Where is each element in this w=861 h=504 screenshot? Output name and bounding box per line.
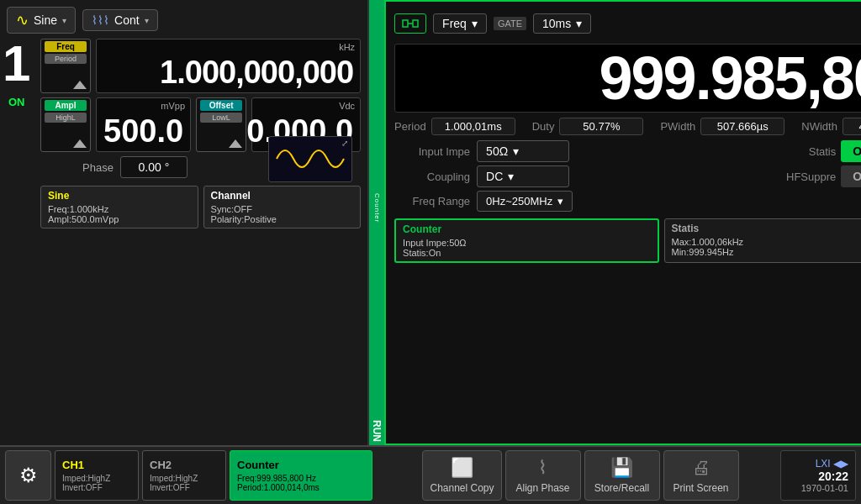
align-phase-button[interactable]: ⌇ Align Phase: [505, 450, 581, 501]
channel-on-label: ON: [8, 96, 25, 108]
channel-copy-button[interactable]: ⬜ Channel Copy: [422, 450, 501, 501]
coupling-row: Coupling DC ▾ HFSuppre On Off: [394, 165, 861, 187]
coupling-value: DC: [486, 170, 503, 183]
right-panel: Freq ▾ GATE 10ms ▾ Single Hz 999.985,800: [384, 0, 861, 445]
counter-box-title: Counter: [403, 223, 650, 235]
period-value: 1.000,01ms: [431, 118, 515, 135]
left-panel: ∿ Sine ▾ ⌇⌇⌇ Cont ▾ 1 ON Freq Period: [0, 0, 369, 445]
ampl-label: Ampl: [45, 100, 87, 111]
hfsuppre-toggle-group: HFSuppre On Off: [786, 165, 861, 187]
statis-box-title: Statis: [672, 223, 861, 234]
freq-range-label: Freq Range: [394, 195, 470, 207]
channel-info-line1: Sync:OFF: [211, 204, 354, 214]
gate-selector[interactable]: 10ms ▾: [533, 13, 591, 34]
align-phase-icon: ⌇: [538, 457, 547, 479]
status-box: LXI ◀▶ 20:22 1970-01-01: [780, 450, 856, 501]
print-screen-button[interactable]: 🖨 Print Screen: [663, 450, 739, 501]
store-recall-label: Store/Recall: [594, 482, 649, 494]
offset-unit: Vdc: [339, 101, 355, 111]
right-panel-wrapper: Counter RUN Freq ▾ GATE 1: [369, 0, 861, 445]
hfsuppre-toggle-label: HFSuppre: [786, 171, 836, 183]
channel-info-box: Channel Sync:OFF Polarity:Positive: [203, 186, 362, 228]
phase-label: Phase: [82, 161, 114, 174]
mode-selector[interactable]: ⌇⌇⌇ Cont ▾: [82, 9, 158, 31]
coupling-selector[interactable]: DC ▾: [477, 165, 569, 187]
waveform-preview: ⤢: [268, 136, 352, 182]
counter-box-line1: Input Impe:50Ω: [403, 238, 650, 248]
pwidth-stat: PWidth 507.666µs: [660, 118, 784, 135]
input-impe-label: Input Impe: [394, 145, 470, 158]
freq-indicator-icon: [73, 81, 87, 89]
channel-copy-label: Channel Copy: [430, 482, 494, 494]
ampl-value-box[interactable]: mVpp 500.0: [96, 97, 191, 152]
freq-mode-arrow-icon: ▾: [472, 17, 478, 30]
waveform-selector[interactable]: ∿ Sine ▾: [7, 7, 76, 34]
svg-rect-3: [403, 20, 408, 27]
cont-wave-icon: ⌇⌇⌇: [92, 13, 109, 27]
current-time: 20:22: [818, 470, 848, 483]
info-row: Sine Freq:1.000kHz Ampl:500.0mVpp Channe…: [40, 186, 361, 228]
channel-number: 1: [3, 39, 30, 89]
sine-info-line2: Ampl:500.0mVpp: [48, 214, 191, 224]
left-top-bar: ∿ Sine ▾ ⌇⌇⌇ Cont ▾: [7, 7, 361, 34]
side-labels: Counter RUN: [369, 0, 384, 445]
sine-info-title: Sine: [48, 190, 191, 202]
offset-label: Offset: [200, 100, 242, 111]
waveform-label: Sine: [34, 13, 57, 27]
ampl-indicator-icon: [73, 139, 87, 148]
coupling-label: Coupling: [394, 171, 470, 183]
ampl-param-box[interactable]: Ampl HighL: [40, 97, 91, 152]
pwidth-value: 507.666µs: [700, 118, 784, 135]
ch1-title: CH1: [62, 459, 131, 471]
input-impe-row: Input Impe 50Ω ▾ Statis On Off: [394, 140, 861, 162]
ch1-line1: Imped:HighZ: [62, 474, 131, 483]
pwidth-label: PWidth: [660, 120, 695, 133]
freq-range-selector[interactable]: 0Hz~250MHz ▾: [477, 191, 573, 212]
ch2-line2: Invert:OFF: [150, 483, 219, 492]
ampl-sub-label: HighL: [45, 113, 87, 123]
ch2-line1: Imped:HighZ: [150, 474, 219, 483]
gate-arrow-icon: ▾: [576, 17, 582, 30]
input-impe-selector[interactable]: 50Ω ▾: [477, 140, 569, 162]
channel-copy-icon: ⬜: [451, 457, 473, 479]
channel-info-line2: Polarity:Positive: [211, 214, 354, 224]
nwidth-value: 492.347µs: [843, 118, 861, 135]
freq-value-box[interactable]: kHz 1.000,000,000: [96, 39, 361, 93]
svg-marker-2: [229, 139, 242, 148]
freq-display: Hz 999.985,800: [394, 44, 861, 113]
store-recall-button[interactable]: 💾 Store/Recall: [584, 450, 660, 501]
counter-side-label: Counter: [369, 0, 384, 417]
coupling-arrow-icon: ▾: [508, 170, 514, 183]
input-impe-arrow-icon: ▾: [513, 144, 519, 158]
offset-indicator-icon: [229, 139, 242, 148]
offset-param-box[interactable]: Offset LowL: [196, 97, 246, 152]
freq-range-row: Freq Range 0Hz~250MHz ▾: [394, 191, 861, 212]
counter-bottom-box: Counter Freq:999.985,800 Hz Period:1.000…: [230, 450, 372, 501]
freq-mode-label: Freq: [442, 17, 467, 30]
freq-mode-selector[interactable]: Freq ▾: [433, 13, 487, 34]
phase-value-box[interactable]: 0.00 °: [120, 156, 188, 178]
freq-row: Freq Period kHz 1.000,000,000: [40, 39, 361, 93]
duty-stat: Duty 50.77%: [532, 118, 644, 135]
stats-row: Period 1.000,01ms Duty 50.77% PWidth 507…: [394, 116, 861, 137]
freq-unit: kHz: [339, 42, 355, 52]
print-screen-label: Print Screen: [673, 482, 729, 494]
counter-bottom-line2: Period:1.000,014,0ms: [237, 483, 365, 492]
freq-param-box[interactable]: Freq Period: [40, 39, 91, 93]
right-top-bar: Freq ▾ GATE 10ms ▾ Single: [394, 7, 861, 40]
statis-info-box: Statis Max:1.000,06kHz Min:999.945Hz: [664, 218, 861, 263]
ch1-info-box[interactable]: CH1 Imped:HighZ Invert:OFF: [55, 450, 139, 501]
counter-info-box: Counter Input Impe:50Ω Statis:On: [394, 218, 658, 263]
settings-gear-button[interactable]: ⚙: [5, 450, 51, 501]
gate-value: 10ms: [542, 17, 571, 30]
statis-on-button[interactable]: On: [841, 140, 861, 162]
nwidth-stat: NWidth 492.347µs: [801, 118, 861, 135]
duty-label: Duty: [532, 120, 555, 133]
store-recall-icon: 💾: [610, 457, 633, 479]
ampl-unit: mVpp: [161, 101, 185, 111]
bottom-bar: ⚙ CH1 Imped:HighZ Invert:OFF CH2 Imped:H…: [0, 445, 861, 504]
statis-toggle-group: Statis On Off: [809, 140, 861, 162]
hfsuppre-on-button[interactable]: On: [841, 165, 861, 187]
statis-box-line1: Max:1.000,06kHz: [672, 237, 861, 247]
ch2-info-box[interactable]: CH2 Imped:HighZ Invert:OFF: [142, 450, 226, 501]
